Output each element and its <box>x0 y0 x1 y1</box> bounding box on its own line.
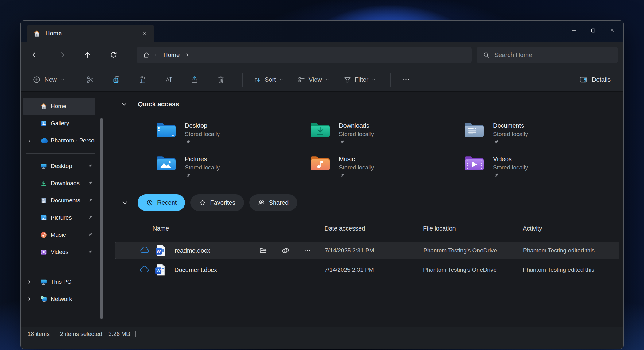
sidebar-item-label: Desktop <box>51 163 72 169</box>
search-icon <box>483 52 490 59</box>
chevron-right-icon <box>153 53 158 57</box>
sidebar-item-network[interactable]: Network <box>23 290 95 308</box>
pill-favorites[interactable]: Favorites <box>190 194 244 211</box>
ask-copilot-button[interactable] <box>281 247 289 255</box>
rename-button[interactable] <box>159 71 178 88</box>
filter-label: Filter <box>355 76 368 83</box>
breadcrumb-segment-home[interactable]: Home <box>161 52 181 59</box>
new-tab-button[interactable] <box>164 28 175 38</box>
new-button[interactable]: New <box>29 71 69 88</box>
people-icon <box>258 199 265 206</box>
quick-access-tile-documents[interactable]: Documents Stored locally <box>464 122 608 145</box>
refresh-icon <box>110 51 118 59</box>
tab-bar: Home <box>21 21 623 42</box>
filter-button[interactable]: Filter <box>339 71 381 88</box>
details-pane-button[interactable]: Details <box>574 71 615 88</box>
minimize-button[interactable] <box>564 23 584 38</box>
videos-folder-icon <box>464 155 484 172</box>
document-icon <box>40 197 47 204</box>
sidebar-item-gallery[interactable]: Gallery <box>23 115 95 132</box>
tab-close-button[interactable] <box>139 28 149 39</box>
quick-access-title: Quick access <box>138 100 179 108</box>
chevron-down-icon <box>279 78 283 82</box>
videos-icon <box>40 249 47 256</box>
details-label: Details <box>592 76 611 83</box>
sort-label: Sort <box>265 76 276 83</box>
tile-name: Documents <box>493 122 528 130</box>
delete-button[interactable] <box>211 71 231 88</box>
pin-icon <box>87 215 93 221</box>
close-window-button[interactable] <box>603 23 622 38</box>
file-activity: Phantom Testing edited this <box>523 247 595 254</box>
toolbar-divider <box>390 73 391 87</box>
plus-icon <box>166 30 173 37</box>
quick-access-tile-music[interactable]: Music Stored locally <box>310 155 454 179</box>
sort-button[interactable]: Sort <box>248 71 288 88</box>
cut-button[interactable] <box>80 71 100 88</box>
sidebar-item-label: Music <box>51 231 66 238</box>
more-actions-button[interactable] <box>304 247 311 254</box>
tab-home[interactable]: Home <box>27 25 154 42</box>
share-button[interactable] <box>185 71 204 88</box>
column-header-date-accessed[interactable]: Date accessed <box>324 225 365 232</box>
copy-button[interactable] <box>107 71 126 88</box>
chevron-down-icon[interactable] <box>121 199 128 206</box>
pill-shared[interactable]: Shared <box>249 194 297 211</box>
more-options-button[interactable] <box>396 71 416 88</box>
maximize-button[interactable] <box>584 23 603 38</box>
sidebar-item-onedrive[interactable]: Phantom - Perso <box>23 132 95 149</box>
view-button[interactable]: View <box>293 71 334 88</box>
chevron-down-icon[interactable] <box>121 101 128 108</box>
quick-access-tile-downloads[interactable]: Downloads Stored locally <box>310 122 454 145</box>
sort-icon <box>253 76 261 84</box>
column-header-name[interactable]: Name <box>153 225 169 232</box>
sidebar-item-videos[interactable]: Videos <box>23 243 95 261</box>
forward-button[interactable] <box>54 48 69 62</box>
quick-access-tile-pictures[interactable]: Pictures Stored locally <box>156 155 300 179</box>
home-icon <box>40 103 47 110</box>
pin-icon <box>493 139 528 145</box>
sidebar-scrollbar-thumb[interactable] <box>100 118 103 319</box>
quick-access-tile-videos[interactable]: Videos Stored locally <box>464 155 608 179</box>
file-date-accessed: 7/14/2025 2:31 PM <box>325 247 374 254</box>
pictures-icon <box>40 214 47 221</box>
sidebar-item-pictures[interactable]: Pictures <box>23 209 95 226</box>
open-file-location-button[interactable] <box>259 247 267 255</box>
word-file-icon: W <box>155 264 166 276</box>
sidebar-item-desktop[interactable]: Desktop <box>23 158 95 175</box>
cut-icon <box>86 76 95 84</box>
file-row-document[interactable]: W Document.docx 7/14/2025 2:31 PM Phanto… <box>115 261 619 279</box>
chevron-right-icon[interactable] <box>27 297 32 302</box>
column-header-activity[interactable]: Activity <box>523 225 542 232</box>
svg-text:W: W <box>157 249 161 254</box>
pin-icon <box>87 198 93 204</box>
sidebar-item-label: Downloads <box>51 180 80 187</box>
sidebar-item-home[interactable]: Home <box>23 98 95 115</box>
quick-access-tile-desktop[interactable]: Desktop Stored locally <box>156 122 300 145</box>
tile-subtitle: Stored locally <box>493 130 528 138</box>
sidebar-item-this-pc[interactable]: This PC <box>23 273 95 290</box>
refresh-button[interactable] <box>106 48 121 62</box>
chevron-right-icon[interactable] <box>27 279 32 285</box>
breadcrumb-home-icon[interactable] <box>143 52 150 59</box>
up-button[interactable] <box>80 48 95 62</box>
sidebar-item-documents[interactable]: Documents <box>23 192 95 209</box>
chevron-right-icon[interactable] <box>27 138 32 143</box>
star-icon <box>199 199 206 206</box>
share-icon <box>191 76 199 84</box>
column-header-file-location[interactable]: File location <box>423 225 456 232</box>
copy-icon <box>112 76 121 84</box>
onedrive-cloud-status-icon <box>139 266 149 274</box>
search-input[interactable] <box>495 52 612 59</box>
back-button[interactable] <box>28 48 43 62</box>
pin-icon <box>87 181 93 186</box>
paste-button[interactable] <box>133 71 152 88</box>
tile-name: Desktop <box>185 122 220 130</box>
pin-icon <box>493 173 528 179</box>
file-row-readme[interactable]: W readme.docx 7/14/2025 2:31 PM Phantom … <box>115 242 619 259</box>
sidebar-item-music[interactable]: Music <box>23 226 95 243</box>
tile-subtitle: Stored locally <box>493 163 528 172</box>
pill-recent[interactable]: Recent <box>138 194 185 211</box>
sidebar-item-downloads[interactable]: Downloads <box>23 175 95 192</box>
ellipsis-icon <box>402 76 410 84</box>
